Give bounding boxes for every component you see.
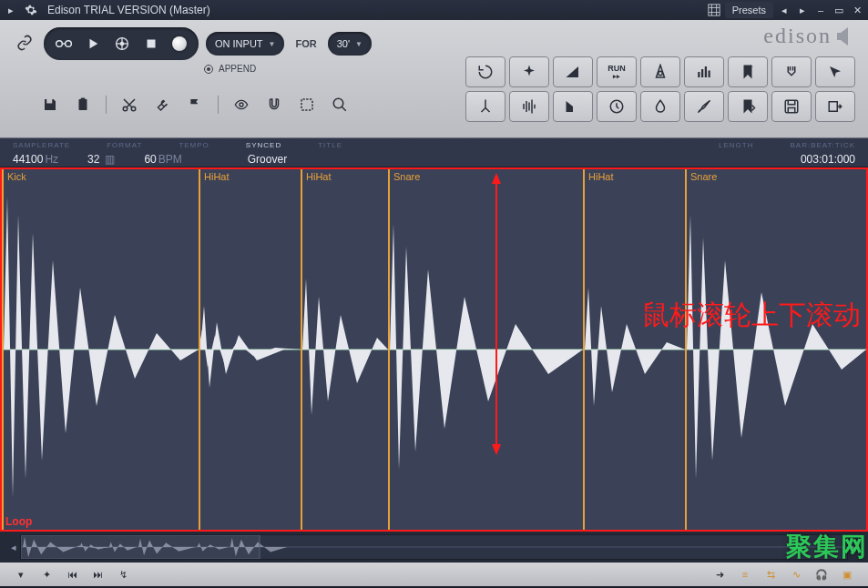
headphone-icon[interactable]: 🎧 [813,566,830,583]
titlebar-right: Presets ◂ ▸ – ▭ ✕ [707,2,864,18]
title-label: TITLE [318,141,342,149]
svg-rect-0 [709,5,720,15]
format-value[interactable]: 32 [87,153,99,166]
record-button[interactable] [166,31,193,56]
fade-button[interactable] [553,56,593,87]
title-value[interactable]: Groover [248,153,287,166]
svg-rect-11 [148,40,156,48]
presets-label: Presets [732,5,766,15]
region-marker[interactable]: Snare [685,169,687,530]
region-marker[interactable]: HiHat [583,169,585,530]
envelope-button[interactable] [553,91,593,122]
eye-icon[interactable] [231,95,251,115]
bbt-label: BAR:BEAT:TICK [790,141,855,149]
region-marker[interactable]: Kick [2,169,4,530]
loop-button[interactable] [49,31,78,56]
info-label-bar: SAMPLERATE FORMAT TEMPO SYNCED TITLE LEN… [0,138,868,151]
bottom-toolbar: ▾ ✦ ⏮ ⏭ ↯ ➜ ≡ ⇆ ∿ 🎧 ▣ [0,563,868,586]
record-duration-dropdown[interactable]: 30' ▼ [328,32,372,56]
tempo-value[interactable]: 60 [144,153,156,166]
minimize-icon[interactable]: – [813,3,828,17]
transport-row: ON INPUT ▼ FOR 30' ▼ [0,20,868,60]
normalize-button[interactable] [509,91,549,122]
record-mode-dropdown[interactable]: ON INPUT ▼ [206,32,284,56]
slide-icon[interactable]: ⇆ [762,566,779,583]
select-icon[interactable] [297,95,317,115]
svg-rect-38 [21,535,260,559]
send-selection-button[interactable] [728,91,768,122]
marker-label: Kick [7,171,26,182]
file-edit-toolbar [40,95,350,115]
samplerate-value[interactable]: 44100 [13,153,43,166]
flag-icon[interactable] [185,95,205,115]
loop-marker-label: Loop [5,515,32,528]
format-label: FORMAT [107,141,142,149]
region-marker[interactable]: HiHat [199,169,200,530]
region-marker[interactable]: Snare [388,169,390,530]
svg-rect-22 [534,105,536,109]
monitor-icon[interactable]: ▣ [839,566,855,583]
close-icon[interactable]: ✕ [850,3,864,17]
claw-button[interactable] [771,56,812,87]
preset-prev-icon[interactable]: ◂ [777,3,791,17]
top-panel: ON INPUT ▼ FOR 30' ▼ APPEND edison RUN▸▸… [0,20,868,138]
brand-text: edison [763,24,832,48]
paste-icon[interactable] [73,95,93,115]
blur-button[interactable] [640,56,680,87]
add-marker-button[interactable]: + [728,56,768,87]
prev-marker-icon[interactable]: ⏮ [64,566,80,583]
scroll-left-icon[interactable]: ◂ [7,534,20,560]
wave-mode-icon[interactable]: ∿ [788,566,804,583]
zoom-icon[interactable] [330,95,350,115]
send-icon[interactable]: ➜ [711,566,728,583]
brush-button[interactable] [684,91,724,122]
tempo-label: TEMPO [179,141,209,149]
gear-icon[interactable] [24,3,38,17]
marker-label: Snare [393,171,420,182]
waveform-display[interactable]: KickHiHatHiHatSnareHiHatSnare Loop 鼠标滚轮上… [0,167,868,532]
denoise-button[interactable] [509,56,549,87]
marker-label: HiHat [588,171,614,182]
list-icon[interactable]: ≡ [737,566,753,583]
drop-button[interactable] [640,91,680,122]
watermark-text: 聚集网 [786,530,868,564]
cursor-button[interactable] [815,56,855,87]
play-button[interactable] [78,31,107,56]
samplerate-label: SAMPLERATE [13,141,70,149]
save-sample-button[interactable] [771,91,812,122]
chevron-down-icon[interactable]: ▾ [13,566,29,583]
bbt-value[interactable]: 003:01:000 [801,153,855,166]
preset-next-icon[interactable]: ▸ [795,3,810,17]
maximize-icon[interactable]: ▭ [832,3,846,17]
marker-label: Snare [690,171,717,182]
svg-marker-35 [492,173,501,184]
svg-rect-24 [785,100,798,113]
next-marker-icon[interactable]: ⏭ [89,566,106,583]
run-script-button[interactable]: RUN▸▸ [597,56,637,87]
grid-icon[interactable] [707,3,721,17]
presets-button[interactable]: Presets [725,2,773,18]
overview-track[interactable] [20,534,848,560]
save-icon[interactable] [40,95,60,115]
record-icon [172,36,187,51]
eq-button[interactable] [684,56,724,87]
tune-button[interactable] [465,91,505,122]
play-loop-button[interactable] [107,31,137,56]
drag-sample-button[interactable] [815,91,855,122]
collapse-icon[interactable]: ▸ [4,3,18,17]
link-icon[interactable] [15,33,35,53]
chevron-down-icon: ▼ [355,40,363,48]
transport-controls [44,27,199,60]
snap-start-icon[interactable]: ✦ [38,566,55,583]
stop-button[interactable] [137,31,166,56]
cut-icon[interactable] [119,95,139,115]
undo-button[interactable] [465,56,505,87]
link-range-icon[interactable]: ↯ [115,566,131,583]
time-button[interactable] [597,91,637,122]
region-marker[interactable]: HiHat [301,169,302,530]
overview-waveform [21,535,847,559]
snap-icon[interactable] [264,95,284,115]
svg-point-32 [333,98,343,108]
wrench-icon[interactable] [152,95,172,115]
separator [106,96,107,114]
